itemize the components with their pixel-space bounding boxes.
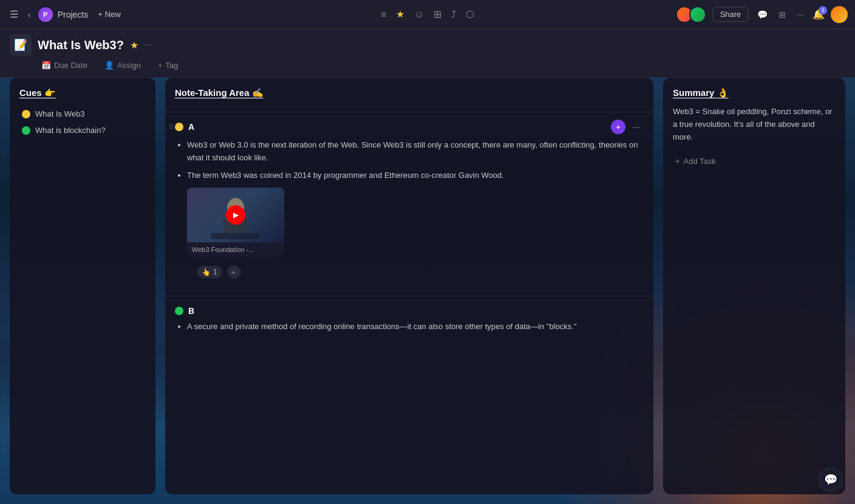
- notes-header: Note-Taking Area ✍: [165, 78, 653, 112]
- reaction-count: 1: [213, 268, 217, 276]
- due-date-button[interactable]: 📅 Due Date: [38, 60, 91, 71]
- doc-star-icon[interactable]: ★: [130, 39, 138, 51]
- main-content: Cues 👉 What Is Web3 What is blockchain? …: [0, 68, 855, 504]
- notes-title: Note-Taking Area ✍: [175, 87, 644, 98]
- cue-dot-yellow: [22, 110, 30, 118]
- bullet-a-1: Web3 or Web 3.0 is the next iteration of…: [187, 139, 644, 165]
- due-date-label: Due Date: [54, 61, 87, 70]
- section-a-actions: + ···: [611, 120, 644, 134]
- reaction-icon: 👆: [202, 268, 211, 276]
- more-icon[interactable]: ···: [794, 9, 806, 21]
- tag-label: Tag: [166, 61, 179, 70]
- add-task-plus-icon: +: [675, 157, 680, 166]
- summary-title: Summary 👌: [673, 87, 836, 98]
- new-button[interactable]: + New: [93, 7, 126, 21]
- assign-button[interactable]: 👤 Assign: [101, 60, 145, 71]
- project-avatar: P: [38, 7, 53, 22]
- section-a-label: A: [188, 122, 194, 132]
- cue-label-blockchain: What is blockchain?: [35, 126, 106, 135]
- section-a-bullets: Web3 or Web 3.0 is the next iteration of…: [175, 139, 644, 182]
- section-a-add-button[interactable]: +: [611, 120, 625, 134]
- doc-more-icon[interactable]: ···: [145, 39, 152, 50]
- section-b-dot: [175, 307, 183, 315]
- cues-panel: Cues 👉 What Is Web3 What is blockchain?: [10, 78, 155, 494]
- svg-rect-2: [211, 233, 260, 239]
- section-b: B A secure and private method of recordi…: [165, 299, 653, 346]
- settings-icon[interactable]: ⊞: [776, 9, 788, 21]
- user-avatar[interactable]: [831, 6, 848, 23]
- notes-panel: Note-Taking Area ✍ ⠿ A + ··· Web3 or Web…: [165, 78, 653, 494]
- star-center-icon[interactable]: ★: [396, 9, 404, 20]
- network-center-icon[interactable]: ⬡: [466, 9, 474, 20]
- reactions-row: 👆 1 +: [175, 263, 644, 286]
- tag-button[interactable]: + Tag: [154, 60, 182, 71]
- cues-title: Cues 👉: [19, 87, 146, 98]
- cue-label-web3: What Is Web3: [35, 109, 84, 118]
- chat-fab[interactable]: 💬: [819, 468, 843, 492]
- cue-dot-green: [22, 126, 30, 135]
- doc-icon-glyph: 📝: [14, 38, 27, 52]
- share-center-icon[interactable]: ⤴: [451, 9, 456, 20]
- video-caption: Web3 Foundation -...: [187, 242, 284, 257]
- sub-header: 📝 What Is Web3? ★ ··· 📅 Due Date 👤 Assig…: [0, 29, 855, 78]
- section-divider: [165, 296, 653, 296]
- projects-label[interactable]: Projects: [58, 10, 89, 19]
- add-task-label: Add Task: [684, 157, 716, 166]
- menu-icon[interactable]: ☰: [7, 6, 21, 22]
- doc-title: What Is Web3?: [38, 38, 124, 52]
- avatar-2[interactable]: [689, 6, 706, 23]
- video-thumbnail: ▶: [187, 188, 284, 242]
- tag-icon: +: [158, 61, 163, 70]
- nav-right: Share 💬 ⊞ ··· 🔔 3: [676, 6, 848, 23]
- video-card[interactable]: ▶ Web3 Foundation -...: [187, 188, 284, 257]
- calendar-icon: 📅: [41, 61, 51, 70]
- new-plus-icon: +: [98, 10, 103, 19]
- table-center-icon[interactable]: ⊞: [434, 9, 441, 20]
- section-a-dot: [175, 123, 183, 131]
- add-reaction-button[interactable]: +: [227, 265, 240, 279]
- chat-icon: 💬: [824, 473, 837, 486]
- section-b-label: B: [188, 306, 194, 316]
- cue-item-blockchain[interactable]: What is blockchain?: [19, 122, 146, 138]
- top-nav: ☰ ‹ P Projects + New ≡ ★ ☺ ⊞ ⤴ ⬡ Share 💬…: [0, 0, 855, 29]
- doc-meta-row: 📅 Due Date 👤 Assign + Tag: [38, 60, 845, 71]
- notification-count: 3: [819, 6, 827, 15]
- share-button[interactable]: Share: [712, 7, 749, 22]
- emoji-center-icon[interactable]: ☺: [414, 9, 424, 20]
- list-icon[interactable]: ≡: [381, 9, 386, 20]
- bullet-b-1: A secure and private method of recording…: [187, 321, 644, 333]
- nav-left: ☰ ‹ P Projects + New: [7, 6, 126, 22]
- avatar-group: [676, 6, 706, 23]
- section-b-bullets: A secure and private method of recording…: [175, 321, 644, 333]
- reaction-thumbs-up[interactable]: 👆 1: [197, 266, 222, 278]
- section-a: ⠿ A + ··· Web3 or Web 3.0 is the next it…: [165, 112, 653, 293]
- section-b-header: B: [175, 306, 644, 316]
- summary-text: Web3 = Snake oil peddling, Ponzi scheme,…: [673, 106, 836, 143]
- comment-icon[interactable]: 💬: [755, 9, 770, 21]
- summary-panel: Summary 👌 Web3 = Snake oil peddling, Pon…: [663, 78, 845, 494]
- section-a-more-button[interactable]: ···: [629, 120, 644, 134]
- doc-title-row: 📝 What Is Web3? ★ ···: [10, 34, 845, 56]
- assign-label: Assign: [117, 61, 141, 70]
- add-task-button[interactable]: + Add Task: [673, 153, 836, 169]
- cue-item-web3[interactable]: What Is Web3: [19, 106, 146, 122]
- person-icon: 👤: [104, 61, 114, 70]
- back-button[interactable]: ‹: [26, 7, 33, 22]
- new-label: New: [105, 10, 121, 19]
- notifications-button[interactable]: 🔔 3: [812, 9, 825, 20]
- doc-icon: 📝: [10, 34, 32, 56]
- drag-handle-a[interactable]: ⠿: [169, 123, 174, 131]
- section-a-header: ⠿ A + ···: [175, 120, 644, 134]
- bullet-a-2: The term Web3 was coined in 2014 by prog…: [187, 169, 644, 182]
- nav-center: ≡ ★ ☺ ⊞ ⤴ ⬡: [381, 9, 475, 20]
